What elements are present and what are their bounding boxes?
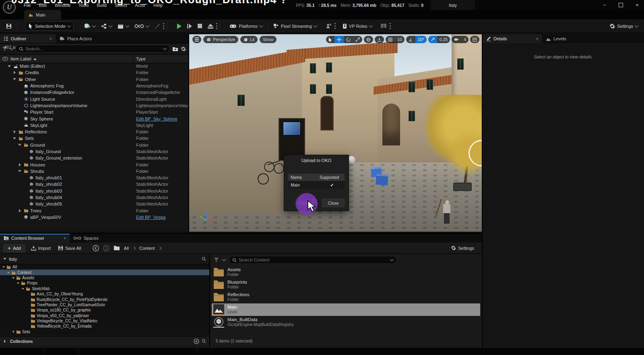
grid-snap-toggle[interactable] (386, 36, 395, 43)
viewport-options-button[interactable] (192, 36, 201, 43)
asset-row-assets[interactable]: AssetsFolder (212, 266, 480, 278)
visibility-column-icon[interactable] (2, 57, 8, 61)
asset-row-main_builtdata[interactable]: Main_BuiltData/Script/Engine.MapBuildDat… (212, 316, 480, 328)
selection-mode-dropdown[interactable]: Selection Mode (25, 21, 74, 31)
toolbar-options-dots[interactable] (163, 23, 164, 29)
breadcrumb-all[interactable]: All (124, 246, 129, 251)
close-tab-icon[interactable]: × (64, 236, 66, 241)
paint-mode-button[interactable] (152, 22, 163, 31)
move-tool-button[interactable] (334, 36, 344, 43)
asset-row-blueprints[interactable]: BlueprintsFolder (212, 278, 480, 291)
save-all-button[interactable]: Save All (56, 245, 83, 251)
oko-dropdown[interactable] (132, 22, 152, 30)
rotate-tool-button[interactable] (344, 36, 353, 43)
platforms-dropdown[interactable]: Platforms (227, 22, 265, 30)
outliner-row[interactable]: Italy_Ground_extensionStaticMeshActor (0, 155, 188, 161)
folder-tree-row[interactable]: Vespa_v50_CC_by_yailjinser (0, 313, 209, 318)
outliner-row[interactable]: Main (Editor)World (0, 63, 188, 69)
remote-view-dots[interactable] (390, 23, 391, 29)
back-button[interactable] (93, 245, 99, 251)
maximize-viewport-button[interactable] (470, 36, 479, 43)
filter-icon[interactable] (214, 258, 219, 262)
search-icon[interactable] (202, 257, 206, 261)
eject-button[interactable] (205, 22, 216, 30)
scale-tool-button[interactable] (353, 36, 362, 43)
scale-snap-toggle[interactable] (428, 36, 437, 43)
play-options-dots[interactable] (216, 23, 217, 29)
folder-tree-row[interactable]: RustyBicycle_CC_by_PiotrPjotDyderski (0, 297, 209, 302)
pixel-streaming-dropdown[interactable]: Pixel Streaming (270, 22, 320, 31)
outliner-row[interactable]: InstancedFoliageActorInstancedFoliageAct… (0, 89, 188, 95)
outliner-row[interactable]: TreesFolder (0, 208, 188, 214)
expand-arrow[interactable] (12, 275, 16, 280)
expand-arrow[interactable] (17, 280, 21, 286)
edit-blueprint-link[interactable]: Edit BP_Sky_Sphere (136, 116, 188, 121)
folder-tree-row[interactable]: YellowBicycle_CC_by_Erinada (0, 324, 209, 329)
filter-chevron-icon[interactable] (222, 257, 226, 262)
outliner-row[interactable]: Light SourceDirectionalLight (0, 95, 188, 102)
folder-tree-row[interactable]: Vespa_ss180_CC_by_graphix (0, 307, 209, 313)
show-dropdown[interactable]: Show (260, 36, 277, 43)
outliner-row[interactable]: LightmassImportanceVolumeLightmassImport… (0, 102, 188, 109)
filter-chevron-icon[interactable] (10, 46, 14, 50)
stop-button[interactable] (195, 22, 205, 30)
folder-tree-row[interactable]: Sets (0, 329, 209, 334)
multi-user-button[interactable] (323, 22, 334, 31)
expand-arrow[interactable] (18, 142, 23, 147)
expand-arrow[interactable] (13, 71, 18, 74)
add-actor-dropdown[interactable] (81, 21, 98, 31)
play-button[interactable] (174, 22, 184, 31)
settings-dropdown[interactable]: Settings (607, 22, 641, 31)
tab-content-browser[interactable]: Content Browser × (0, 234, 70, 243)
multi-user-dots[interactable] (334, 23, 336, 29)
expand-arrow[interactable] (7, 270, 11, 275)
column-type-label[interactable]: Type (136, 56, 146, 61)
skip-button[interactable] (184, 22, 195, 30)
cb-settings-button[interactable]: Settings (448, 244, 477, 252)
import-button[interactable]: Import (29, 245, 52, 251)
asset-row-reflections[interactable]: ReflectionsFolder (212, 291, 480, 303)
camera-speed-value[interactable]: 4 (461, 36, 469, 43)
save-button[interactable] (3, 22, 14, 31)
collections-bar[interactable]: Collections (0, 336, 209, 346)
world-local-toggle[interactable] (364, 36, 373, 43)
minimize-button[interactable]: − (601, 2, 608, 8)
outliner-search-input[interactable]: Search... (15, 45, 170, 53)
column-divider[interactable] (133, 55, 133, 63)
expand-arrow[interactable] (13, 77, 18, 82)
folder-tree-row[interactable]: TreePlanter_CC_by_LordSamueliSolo (0, 302, 209, 307)
select-tool-button[interactable] (326, 36, 334, 43)
add-button[interactable]: + Add (3, 244, 25, 252)
expand-arrow[interactable] (8, 64, 12, 69)
folder-tree-row[interactable]: All (0, 264, 209, 270)
expand-arrow[interactable] (2, 264, 6, 270)
outliner-row[interactable]: ReflectionsFolder (0, 129, 188, 135)
close-button[interactable]: × (634, 2, 641, 8)
folder-tree-row[interactable]: Content (0, 270, 209, 275)
outliner-row[interactable]: SetsFolder (0, 135, 188, 141)
tab-place-actors[interactable]: Place Actors (56, 34, 95, 43)
outliner-row[interactable]: Italy_shrub05StaticMeshActor (0, 201, 188, 207)
close-tab-icon[interactable]: × (536, 36, 539, 41)
outliner-row[interactable]: Sky SphereEdit BP_Sky_Sphere (0, 115, 188, 122)
outliner-row[interactable]: Italy_shrub04StaticMeshActor (0, 194, 188, 201)
outliner-settings-icon[interactable] (181, 46, 186, 52)
tab-main-level[interactable]: Main (24, 10, 61, 19)
expand-arrow[interactable] (12, 330, 16, 333)
outliner-row[interactable]: Italy_shrub03StaticMeshActor (0, 188, 188, 194)
tab-levels[interactable]: Levels (542, 34, 570, 43)
asset-row-main[interactable]: MainLevel (212, 303, 480, 316)
column-item-label[interactable]: Item Label (10, 56, 31, 61)
outliner-row[interactable]: Italy_GroundStaticMeshActor (0, 148, 188, 155)
edit-blueprint-link[interactable]: Edit BP_Vespa (136, 215, 188, 220)
breadcrumb-folder-icon[interactable] (114, 245, 120, 251)
folder-tree-row[interactable]: VintageBicycle_CC_by_VladNeko (0, 318, 209, 324)
outliner-row[interactable]: Italy_shrub01StaticMeshActor (0, 174, 188, 181)
folder-tree-row[interactable]: Props (0, 280, 209, 286)
outliner-row[interactable]: SkyLightSkyLight (0, 122, 188, 129)
rotation-snap-toggle[interactable] (406, 36, 415, 43)
filter-icon[interactable] (2, 47, 8, 51)
expand-arrow[interactable] (18, 163, 23, 166)
outliner-row[interactable]: OtherFolder (0, 76, 188, 83)
blueprints-dropdown[interactable] (98, 22, 115, 31)
